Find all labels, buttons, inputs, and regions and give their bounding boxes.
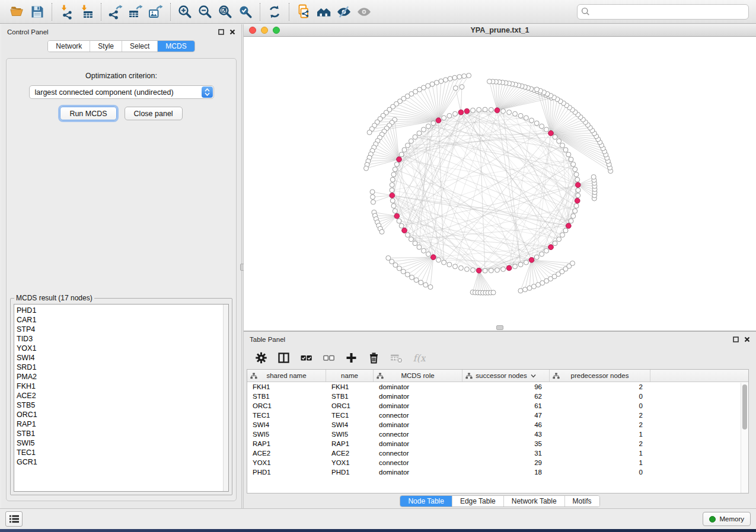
mcds-result-item[interactable]: GCR1 <box>17 457 223 467</box>
cell-predecessor-nodes[interactable]: 0 <box>550 393 650 400</box>
cell-MCDS-role[interactable]: dominator <box>374 421 462 428</box>
cell-MCDS-role[interactable]: dominator <box>374 440 462 447</box>
cell-shared-name[interactable]: FKH1 <box>247 383 326 390</box>
export-network-button[interactable] <box>106 2 126 21</box>
cell-successor-nodes[interactable]: 35 <box>462 440 550 447</box>
cell-MCDS-role[interactable]: dominator <box>374 469 462 476</box>
table-row[interactable]: ORC1ORC1dominator610 <box>247 401 748 411</box>
cell-successor-nodes[interactable]: 96 <box>462 383 550 390</box>
home-button[interactable] <box>314 2 334 21</box>
column-header-shared-name[interactable]: shared name <box>247 370 326 382</box>
tab-network[interactable]: Network <box>48 41 90 52</box>
cell-name[interactable]: TEC1 <box>326 412 374 419</box>
open-file-button[interactable] <box>7 2 27 21</box>
table-row[interactable]: TEC1TEC1connector472 <box>247 411 748 420</box>
save-session-button[interactable] <box>27 2 47 21</box>
cell-MCDS-role[interactable]: connector <box>374 412 462 419</box>
mcds-result-item[interactable]: RAP1 <box>17 419 223 429</box>
tab-network-table[interactable]: Network Table <box>504 496 565 507</box>
cell-MCDS-role[interactable]: dominator <box>374 393 462 400</box>
refresh-layout-button[interactable] <box>264 2 285 21</box>
cell-name[interactable]: FKH1 <box>326 383 374 390</box>
table-options-gear-button[interactable] <box>251 348 271 367</box>
mcds-result-item[interactable]: TID3 <box>17 334 223 344</box>
tab-style[interactable]: Style <box>90 41 122 52</box>
cell-name[interactable]: STB1 <box>326 393 374 400</box>
show-panels-button[interactable] <box>354 2 374 21</box>
cell-shared-name[interactable]: YOX1 <box>247 459 326 466</box>
export-image-button[interactable] <box>146 2 166 21</box>
cell-successor-nodes[interactable]: 62 <box>462 393 550 400</box>
cell-successor-nodes[interactable]: 29 <box>462 459 550 466</box>
tab-select[interactable]: Select <box>122 41 158 52</box>
import-network-button[interactable] <box>56 2 76 21</box>
zoom-in-button[interactable] <box>175 2 195 21</box>
cell-shared-name[interactable]: SWI5 <box>247 431 326 438</box>
search-input[interactable] <box>577 4 749 20</box>
show-columns-button[interactable] <box>273 348 294 367</box>
table-row[interactable]: RAP1RAP1dominator352 <box>247 439 748 448</box>
cell-predecessor-nodes[interactable]: 1 <box>550 450 650 457</box>
cell-predecessor-nodes[interactable]: 2 <box>550 412 650 419</box>
table-row[interactable]: SWI5SWI5connector431 <box>247 430 748 439</box>
cell-predecessor-nodes[interactable]: 1 <box>550 431 650 438</box>
column-header-successor-nodes[interactable]: successor nodes <box>462 370 550 382</box>
cell-predecessor-nodes[interactable]: 0 <box>550 402 650 409</box>
import-table-button[interactable] <box>76 2 97 21</box>
float-panel-icon[interactable] <box>218 29 224 35</box>
zoom-selected-button[interactable] <box>235 2 256 21</box>
network-canvas[interactable] <box>244 37 756 331</box>
splitter-grip-horizontal-icon[interactable] <box>496 325 503 330</box>
cell-shared-name[interactable]: PHD1 <box>247 469 326 476</box>
cell-shared-name[interactable]: STB1 <box>247 393 326 400</box>
cell-name[interactable]: SWI4 <box>326 421 374 428</box>
hide-panels-button[interactable] <box>334 2 354 21</box>
cell-successor-nodes[interactable]: 61 <box>462 402 550 409</box>
cell-predecessor-nodes[interactable]: 2 <box>550 440 650 447</box>
zoom-fit-button[interactable] <box>215 2 235 21</box>
cell-predecessor-nodes[interactable]: 1 <box>550 459 650 466</box>
cell-name[interactable]: PHD1 <box>326 469 374 476</box>
mcds-result-item[interactable]: CAR1 <box>17 315 223 325</box>
cell-name[interactable]: RAP1 <box>326 440 374 447</box>
share-network-button[interactable] <box>294 2 314 21</box>
cell-successor-nodes[interactable]: 47 <box>462 412 550 419</box>
cell-shared-name[interactable]: ORC1 <box>247 402 326 409</box>
cell-MCDS-role[interactable]: dominator <box>374 402 462 409</box>
table-row[interactable]: FKH1FKH1dominator962 <box>247 382 748 392</box>
table-scrollbar[interactable] <box>741 383 748 493</box>
cell-MCDS-role[interactable]: connector <box>374 431 462 438</box>
table-row[interactable]: PHD1PHD1dominator180 <box>247 467 748 477</box>
tab-node-table[interactable]: Node Table <box>400 496 452 507</box>
network-graph[interactable] <box>244 37 756 331</box>
run-mcds-button[interactable]: Run MCDS <box>60 107 116 120</box>
close-panel-icon[interactable] <box>229 29 235 35</box>
cell-shared-name[interactable]: SWI4 <box>247 421 326 428</box>
cell-MCDS-role[interactable]: connector <box>374 450 462 457</box>
cell-successor-nodes[interactable]: 46 <box>462 421 550 428</box>
optimization-criterion-select[interactable]: largest connected component (undirected) <box>29 85 214 99</box>
cell-predecessor-nodes[interactable]: 2 <box>550 421 650 428</box>
select-all-button[interactable] <box>296 348 316 367</box>
cell-successor-nodes[interactable]: 31 <box>462 450 550 457</box>
mcds-result-item[interactable]: STB5 <box>17 400 223 410</box>
mcds-result-item[interactable]: SRD1 <box>17 363 223 372</box>
table-row[interactable]: ACE2ACE2connector311 <box>247 448 748 458</box>
mcds-result-item[interactable]: YOX1 <box>17 344 223 353</box>
mcds-result-item[interactable]: ACE2 <box>17 391 223 400</box>
export-table-button[interactable] <box>126 2 146 21</box>
cell-predecessor-nodes[interactable]: 0 <box>550 469 650 476</box>
mcds-result-item[interactable]: STB1 <box>17 429 223 438</box>
close-panel-button[interactable]: Close panel <box>125 107 183 120</box>
cell-successor-nodes[interactable]: 18 <box>462 469 550 476</box>
mcds-result-item[interactable]: SWI5 <box>17 438 223 448</box>
float-panel-icon[interactable] <box>733 336 739 342</box>
mcds-list-scrollbar[interactable] <box>223 305 228 491</box>
table-row[interactable]: SWI4SWI4dominator462 <box>247 420 748 430</box>
cell-shared-name[interactable]: TEC1 <box>247 412 326 419</box>
column-header-MCDS-role[interactable]: MCDS role <box>374 370 462 382</box>
mcds-result-item[interactable]: STP4 <box>17 325 223 334</box>
cell-predecessor-nodes[interactable]: 2 <box>550 383 650 390</box>
table-row[interactable]: STB1STB1dominator620 <box>247 392 748 401</box>
close-panel-icon[interactable] <box>744 336 750 342</box>
